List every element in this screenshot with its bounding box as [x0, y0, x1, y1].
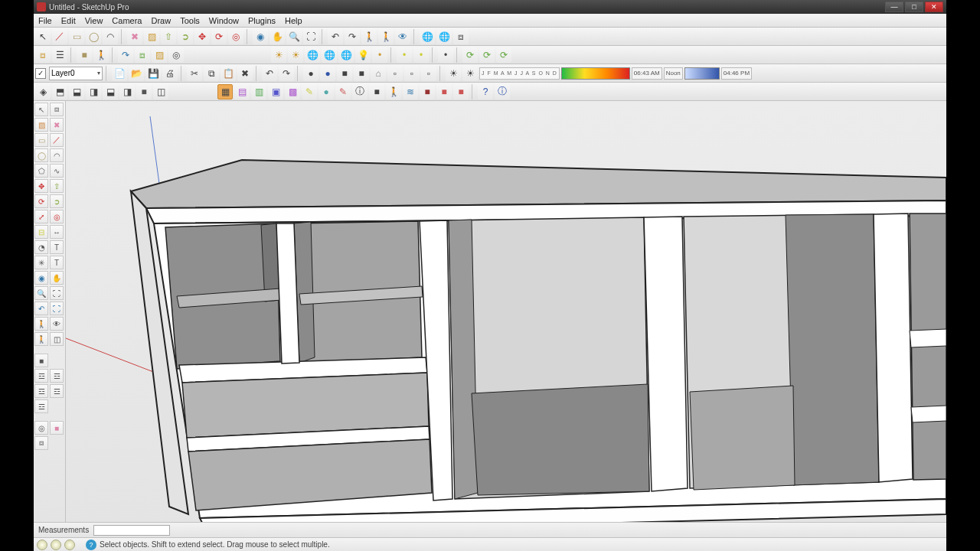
lt-walk-icon[interactable]: 🚶: [34, 332, 48, 346]
redo-icon[interactable]: ↷: [279, 66, 294, 81]
flip-icon[interactable]: ↷: [118, 47, 133, 63]
style-1-icon[interactable]: ●: [303, 66, 318, 81]
lt-poly-icon[interactable]: ⬠: [34, 164, 48, 178]
sun-tool-icon[interactable]: ☀: [288, 47, 303, 63]
shadow-toggle-icon[interactable]: ☀: [446, 66, 461, 81]
lt-pushpull-icon[interactable]: ⇧: [50, 179, 64, 193]
tag-3-icon[interactable]: ■: [453, 84, 469, 99]
menu-draw[interactable]: Draw: [151, 16, 171, 25]
layer-visible-checkbox[interactable]: ✓: [35, 68, 46, 79]
menu-plugins[interactable]: Plugins: [248, 16, 276, 25]
walk-tool-icon[interactable]: 🚶: [378, 29, 394, 44]
offset-tool-icon[interactable]: ◎: [228, 29, 243, 44]
zoom-extents-icon[interactable]: ⛶: [303, 29, 318, 44]
minimize-button[interactable]: —: [885, 2, 903, 12]
lt-move-icon[interactable]: ✥: [34, 179, 48, 193]
tag-1-icon[interactable]: ■: [420, 84, 435, 99]
style-3-icon[interactable]: ■: [337, 66, 352, 81]
lt-extra1-icon[interactable]: ■: [34, 354, 48, 367]
lt-axes-icon[interactable]: ✳: [34, 256, 48, 269]
shaded-style-icon[interactable]: ▣: [268, 84, 283, 99]
lt-extra2-icon[interactable]: ☲: [34, 369, 48, 383]
delete-icon[interactable]: ✖: [237, 66, 253, 81]
lt-zoomext-icon[interactable]: ⛶: [50, 302, 64, 315]
paint-tool-icon[interactable]: ▨: [144, 29, 159, 44]
maximize-button[interactable]: □: [905, 2, 923, 12]
get-models-icon[interactable]: 🌐: [420, 29, 435, 44]
ext-style-icon[interactable]: ■: [369, 84, 384, 99]
persp-icon[interactable]: ■: [136, 84, 152, 99]
menu-camera[interactable]: Camera: [112, 16, 142, 25]
lt-extra7-icon[interactable]: ◎: [34, 421, 48, 435]
wireframe-style-icon[interactable]: ▤: [234, 84, 250, 99]
menu-help[interactable]: Help: [285, 16, 302, 25]
lt-select-icon[interactable]: ↖: [34, 103, 48, 116]
page-3-icon[interactable]: ▫: [421, 66, 436, 81]
print-icon[interactable]: 🖨: [162, 66, 178, 81]
context-icon[interactable]: ◎: [168, 47, 184, 63]
lt-extra6-icon[interactable]: ☲: [34, 399, 48, 413]
make-component-icon[interactable]: ⧈: [35, 47, 51, 63]
lt-extra3-icon[interactable]: ☲: [50, 369, 64, 383]
lt-3dtext-icon[interactable]: T: [50, 256, 64, 269]
look-around-icon[interactable]: 👁: [395, 29, 410, 44]
left-view-icon[interactable]: ◨: [119, 84, 135, 99]
circle-tool-icon[interactable]: ◯: [86, 29, 101, 44]
pushpull-tool-icon[interactable]: ⇧: [161, 29, 176, 44]
lt-circle-icon[interactable]: ◯: [34, 148, 48, 162]
undo-icon[interactable]: ↶: [262, 66, 277, 81]
edge-style-icon[interactable]: ●: [318, 84, 334, 99]
rotate-tool-icon[interactable]: ⟳: [211, 29, 227, 44]
menu-view[interactable]: View: [85, 16, 103, 25]
move-tool-icon[interactable]: ✥: [194, 29, 210, 44]
lt-dim-icon[interactable]: ↔: [50, 225, 64, 239]
lt-extra9-icon[interactable]: ⧈: [34, 436, 48, 450]
menu-edit[interactable]: Edit: [61, 16, 76, 25]
lt-paint-icon[interactable]: ▨: [34, 118, 48, 132]
lt-follow-icon[interactable]: ➲: [50, 194, 64, 208]
lt-extra8-icon[interactable]: ■: [50, 421, 64, 435]
close-button[interactable]: ✕: [925, 2, 943, 12]
front-view-icon[interactable]: ⬓: [69, 84, 84, 99]
lt-line-icon[interactable]: ／: [50, 133, 64, 147]
refresh-3-icon[interactable]: ⟳: [496, 47, 511, 63]
share-model-icon[interactable]: 🌐: [436, 29, 452, 44]
lt-section-icon[interactable]: ◫: [50, 332, 64, 346]
open-file-icon[interactable]: 📂: [129, 66, 144, 81]
arc-tool-icon[interactable]: ◠: [103, 29, 118, 44]
profile-style-icon[interactable]: ✎: [335, 84, 351, 99]
refresh-1-icon[interactable]: ⟳: [462, 47, 478, 63]
refresh-2-icon[interactable]: ⟳: [479, 47, 495, 63]
viewport-3d[interactable]: [66, 101, 946, 522]
lt-arc-icon[interactable]: ◠: [50, 148, 64, 162]
shadow-month-slider[interactable]: J F M A M J J A S O N D: [479, 67, 560, 80]
lt-tape-icon[interactable]: ⊟: [34, 225, 48, 239]
lt-protractor-icon[interactable]: ◔: [34, 240, 48, 254]
status-help-icon[interactable]: ?: [86, 540, 96, 550]
intersect-icon[interactable]: ▨: [152, 47, 167, 63]
component-1-icon[interactable]: ■: [77, 47, 92, 63]
right-view-icon[interactable]: ◨: [86, 84, 101, 99]
lt-position-icon[interactable]: 🚶: [34, 317, 48, 331]
shadow-settings-icon[interactable]: ☀: [462, 66, 478, 81]
eraser-tool-icon[interactable]: ✖: [127, 29, 142, 44]
explode-icon[interactable]: ⧈: [135, 47, 150, 63]
style-4-icon[interactable]: ■: [354, 66, 369, 81]
follow-tool-icon[interactable]: ➲: [178, 29, 193, 44]
menu-tools[interactable]: Tools: [180, 16, 200, 25]
lt-rotate-icon[interactable]: ⟳: [34, 194, 48, 208]
status-geo-icon[interactable]: [37, 540, 47, 550]
select-tool-icon[interactable]: ↖: [35, 29, 51, 44]
zoom-tool-icon[interactable]: 🔍: [286, 29, 302, 44]
mono-style-icon[interactable]: ✎: [302, 84, 317, 99]
page-1-icon[interactable]: ▫: [387, 66, 403, 81]
sun-north-icon[interactable]: ☀: [271, 47, 286, 63]
lt-text-icon[interactable]: T: [50, 240, 64, 254]
lt-eraser-icon[interactable]: ✖: [50, 118, 64, 132]
lt-freehand-icon[interactable]: ∿: [50, 164, 64, 178]
info-tool-icon[interactable]: ⓘ: [495, 84, 510, 99]
component-2-icon[interactable]: 🚶: [93, 47, 109, 63]
lt-extra4-icon[interactable]: ☲: [34, 384, 48, 398]
extensions-icon[interactable]: ⧈: [453, 29, 469, 44]
lt-look-icon[interactable]: 👁: [50, 317, 64, 331]
